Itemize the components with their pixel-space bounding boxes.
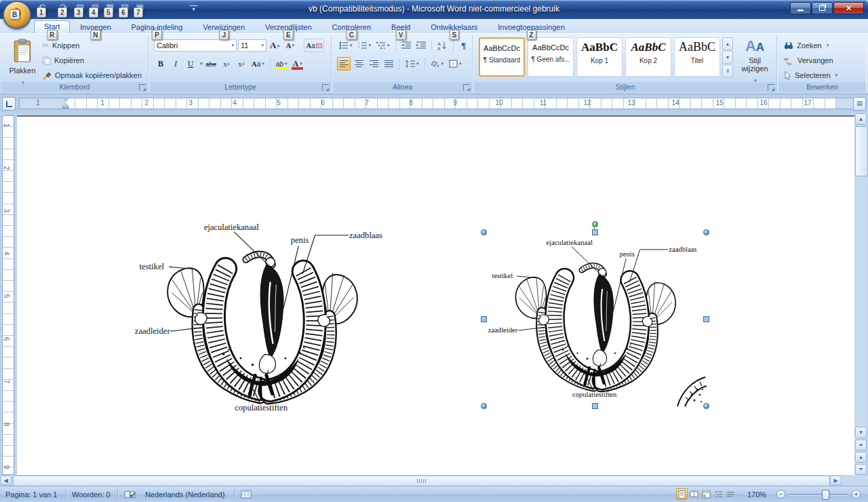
web-layout-view-button[interactable] (701, 488, 712, 500)
justify-button[interactable] (382, 57, 395, 71)
draft-view-button[interactable] (725, 488, 736, 500)
zoom-out-button[interactable]: − (776, 490, 785, 499)
replace-button[interactable]: abac Vervangen (784, 54, 833, 66)
style-card-standaard[interactable]: AaBbCcDc¶ Standaard (479, 37, 525, 77)
grow-font-button[interactable]: A▲ (268, 39, 282, 52)
tab-start[interactable]: StartR (34, 20, 70, 33)
bullets-button[interactable]: ▾ (337, 39, 355, 52)
style-card-geenafs[interactable]: AaBbCcDc¶ Geen afs... (528, 37, 574, 77)
selection-handle-right[interactable] (703, 316, 709, 322)
change-case-button[interactable]: Aa▾ (250, 57, 267, 71)
previous-page-button[interactable]: ⏶ (855, 440, 867, 450)
qat-more-button[interactable]: ▾ (190, 5, 197, 12)
styles-dialog-launcher[interactable] (768, 84, 774, 91)
font-size-combo[interactable]: 11▾ (238, 39, 267, 52)
numbering-button[interactable]: 12▾ (356, 39, 374, 52)
tab-ontwikkelaars[interactable]: OntwikkelaarsS (420, 21, 488, 33)
word-count[interactable]: Woorden: 0 (72, 489, 111, 500)
italic-button[interactable]: I (169, 57, 182, 71)
zoom-level[interactable]: 170% (747, 489, 766, 500)
minimize-button[interactable] (790, 2, 811, 14)
increase-indent-button[interactable] (414, 39, 428, 52)
decrease-indent-button[interactable] (399, 39, 413, 52)
zoom-slider[interactable] (789, 494, 848, 495)
multilevel-list-button[interactable]: ▾ (374, 39, 392, 52)
font-color-button[interactable]: A▾ (290, 57, 304, 71)
scroll-up-button[interactable]: ▲ (855, 113, 867, 125)
style-card-titel[interactable]: AaBbCTitel (674, 37, 720, 77)
horizontal-scrollbar[interactable]: ◀ ▶ (0, 475, 854, 486)
scroll-down-button[interactable]: ▼ (855, 427, 867, 438)
cut-button[interactable]: ✂ Knippen (42, 39, 79, 52)
show-paragraph-marks-button[interactable]: ¶ (457, 39, 471, 52)
paragraph-dialog-launcher[interactable] (463, 84, 470, 91)
tab-invoegtoepassingen[interactable]: InvoegtoepassingenZ (488, 21, 574, 33)
styles-more-button[interactable]: ⊽ (722, 64, 733, 77)
highlight-button[interactable]: ab▾ (274, 57, 290, 71)
select-button[interactable]: Selecteren▾ (784, 69, 837, 81)
shading-button[interactable]: ▾ (429, 57, 446, 71)
tab-verzendlijsten[interactable]: VerzendlijstenE (255, 21, 322, 33)
find-button[interactable]: Zoeken▾ (784, 39, 829, 52)
font-name-combo[interactable]: Calibri▾ (154, 39, 237, 52)
find-dropdown-arrow[interactable]: ▾ (827, 43, 829, 48)
scroll-right-button[interactable]: ▶ (830, 476, 842, 485)
zoom-in-button[interactable]: + (852, 490, 861, 499)
left-indent-marker[interactable] (62, 107, 69, 109)
tab-beeld[interactable]: BeeldV (381, 21, 420, 33)
outline-view-button[interactable] (713, 488, 724, 500)
rotation-handle[interactable] (592, 221, 598, 227)
copy-button[interactable]: Kopiëren (42, 54, 84, 66)
ruler-toggle-button[interactable]: ▤ (853, 97, 866, 111)
strikethrough-button[interactable]: abe (204, 57, 218, 71)
align-right-button[interactable] (367, 57, 380, 71)
anatomy-figure-left[interactable] (130, 217, 393, 418)
superscript-button[interactable]: x2 (235, 57, 248, 71)
macro-record-icon[interactable] (241, 490, 252, 501)
underline-button[interactable]: U (184, 57, 197, 71)
font-dialog-launcher[interactable] (322, 84, 329, 91)
borders-button[interactable]: ▾ (447, 57, 464, 71)
language-indicator[interactable]: Nederlands (Nederland) (145, 489, 224, 500)
tab-controleren[interactable]: ControlerenC (322, 21, 381, 33)
format-painter-button[interactable]: Opmaak kopiëren/plakken (42, 69, 142, 81)
line-spacing-button[interactable]: ▾ (403, 57, 421, 71)
styles-scroll-down-button[interactable]: ▼ (722, 51, 733, 64)
fullscreen-reading-view-button[interactable] (688, 488, 700, 500)
tab-verwijzingen[interactable]: VerwijzingenJ (193, 21, 255, 33)
sort-button[interactable]: AZ (435, 39, 450, 52)
print-layout-view-button[interactable] (676, 488, 688, 500)
zoom-slider-thumb[interactable] (822, 490, 829, 500)
page-indicator[interactable]: Pagina: 1 van 1 (5, 489, 57, 500)
vertical-scrollbar[interactable]: ▲ ▼ ⏶ ● ⏷ (854, 113, 867, 486)
underline-dropdown-arrow[interactable]: ▾ (200, 61, 203, 66)
scroll-left-button[interactable]: ◀ (0, 476, 12, 485)
select-dropdown-arrow[interactable]: ▾ (835, 73, 838, 78)
selection-handle-left[interactable] (481, 316, 487, 322)
vertical-scroll-thumb[interactable] (855, 126, 868, 176)
next-page-button[interactable]: ⏷ (855, 464, 867, 475)
spellcheck-icon[interactable] (124, 490, 136, 502)
horizontal-scroll-thumb[interactable] (13, 476, 830, 486)
bold-button[interactable]: B (154, 57, 167, 71)
styles-scroll-up-button[interactable]: ▲ (722, 37, 733, 50)
selection-handle-bottom[interactable] (592, 403, 598, 409)
partial-figure[interactable] (673, 376, 707, 407)
style-card-kop1[interactable]: AaBbCKop 1 (576, 37, 623, 77)
clipboard-dialog-launcher[interactable] (139, 84, 146, 91)
change-styles-button[interactable]: AA Stijl wijzigen▾ (736, 37, 774, 81)
tab-pagina-indeling[interactable]: Pagina-indelingP (121, 21, 193, 33)
close-button[interactable]: ✕ (833, 2, 864, 14)
subscript-button[interactable]: x2 (220, 57, 233, 71)
shrink-font-button[interactable]: A▼ (283, 39, 297, 52)
tab-invoegen[interactable]: InvoegenN (70, 21, 121, 33)
paste-button[interactable]: Plakken ▾ (5, 38, 39, 83)
align-center-button[interactable] (352, 57, 366, 71)
align-left-button[interactable] (337, 57, 351, 71)
browse-object-button[interactable]: ● (855, 452, 867, 463)
document-page[interactable]: ejaculatiekanaal penis zaadblaas testike… (17, 115, 854, 476)
selection-handle-bottom-left[interactable] (481, 403, 487, 409)
clear-formatting-button[interactable]: Aa (304, 39, 324, 52)
tab-stop-selector[interactable] (2, 97, 16, 111)
restore-button[interactable] (812, 2, 833, 14)
